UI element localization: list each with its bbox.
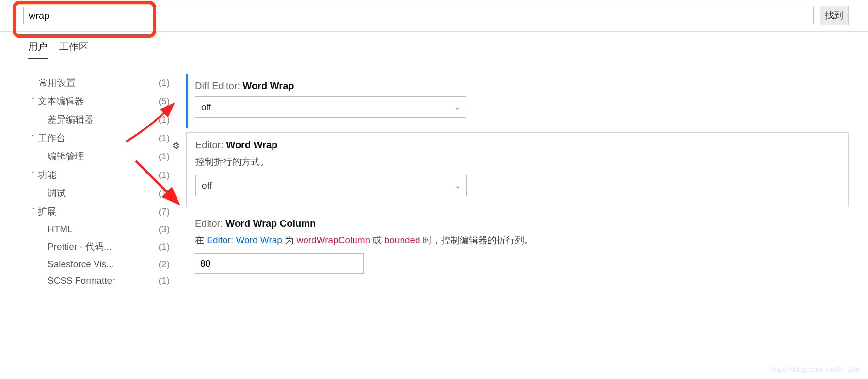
toc-features[interactable]: › 功能 (1) — [29, 166, 170, 184]
chevron-down-icon: › — [30, 134, 37, 142]
toc-prettier[interactable]: Prettier - 代码... (1) — [29, 237, 170, 256]
setting-description: 控制折行的方式。 — [195, 156, 839, 168]
toc-debug[interactable]: 调试 (1) — [29, 184, 170, 203]
chevron-down-icon: ⌄ — [454, 103, 460, 111]
setting-description: 在 Editor: Word Wrap 为 wordWrapColumn 或 b… — [195, 234, 840, 247]
settings-toc: 常用设置 (1) › 文本编辑器 (5) 差异编辑器 (1) › 工作台 (1)… — [0, 74, 170, 289]
toc-common[interactable]: 常用设置 (1) — [29, 74, 170, 92]
settings-list: Diff Editor: Word Wrap off ⌄ ⚙ Editor: W… — [170, 74, 868, 289]
toc-diff-editor[interactable]: 差异编辑器 (1) — [29, 111, 170, 129]
watermark: https://blog.csdn.net/H_Elie — [771, 365, 859, 373]
settings-search-input[interactable] — [23, 7, 814, 24]
setting-title: Editor: Word Wrap — [195, 140, 839, 151]
setting-editor-word-wrap: ⚙ Editor: Word Wrap 控制折行的方式。 off ⌄ — [186, 132, 849, 207]
chevron-down-icon: › — [30, 97, 37, 106]
settings-scope-tabs: 用户 工作区 — [0, 32, 868, 59]
tab-user[interactable]: 用户 — [28, 40, 48, 59]
setting-title: Diff Editor: Word Wrap — [195, 80, 840, 92]
search-results-count: 找到 — [820, 6, 849, 25]
setting-editor-word-wrap-column: Editor: Word Wrap Column 在 Editor: Word … — [186, 211, 849, 284]
setting-link[interactable]: Editor: Word Wrap — [207, 235, 282, 245]
word-wrap-column-input[interactable] — [195, 253, 364, 274]
editor-word-wrap-select[interactable]: off ⌄ — [195, 175, 467, 196]
chevron-down-icon: ⌄ — [455, 182, 461, 190]
toc-extensions[interactable]: › 扩展 (7) — [29, 203, 170, 221]
tab-workspace[interactable]: 工作区 — [59, 40, 88, 59]
chevron-down-icon: › — [30, 207, 37, 216]
toc-html[interactable]: HTML (3) — [29, 221, 170, 237]
setting-diff-editor-word-wrap: Diff Editor: Word Wrap off ⌄ — [186, 74, 849, 128]
setting-title: Editor: Word Wrap Column — [195, 218, 840, 229]
chevron-down-icon: › — [30, 171, 37, 179]
toc-workbench[interactable]: › 工作台 (1) — [29, 129, 170, 147]
diff-word-wrap-select[interactable]: off ⌄ — [195, 96, 466, 118]
gear-icon[interactable]: ⚙ — [172, 141, 180, 151]
toc-salesforce[interactable]: Salesforce Vis... (2) — [29, 256, 170, 272]
toc-editor-management[interactable]: 编辑管理 (1) — [29, 147, 170, 166]
toc-scss-formatter[interactable]: SCSS Formatter (1) — [29, 272, 170, 289]
toc-text-editor[interactable]: › 文本编辑器 (5) — [29, 92, 170, 111]
